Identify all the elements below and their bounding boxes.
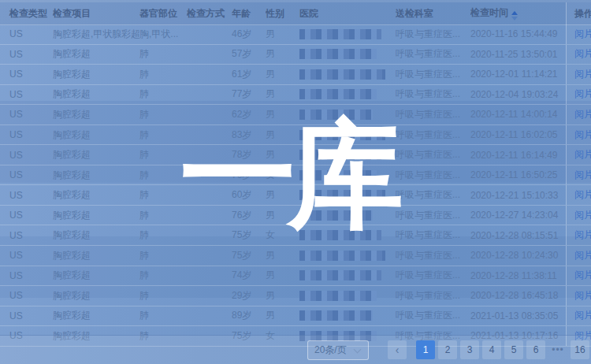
cell-gender: 男 [266, 289, 299, 303]
cell-organ-part: 肺 [139, 148, 187, 162]
view-film-link[interactable]: 阅片 [574, 28, 591, 41]
cell-department: 呼吸与重症医... [396, 249, 470, 262]
col-header-exam-item: 检查项目 [53, 7, 139, 20]
pagination-pages: 123456•••16 [414, 340, 591, 359]
view-film-link[interactable]: 阅片 [574, 188, 591, 202]
cell-department: 呼吸与重症医... [396, 108, 470, 121]
view-film-link[interactable]: 阅片 [574, 209, 591, 222]
cell-organ-part: 肺 [139, 128, 187, 142]
page-button-2[interactable]: 2 [438, 340, 457, 359]
table-row: US 胸腔彩超 肺 75岁 女 呼吸与重症医... 2020-12-28 08:… [0, 225, 591, 246]
cell-department: 呼吸与重症医... [396, 128, 470, 142]
hospital-redacted-bar [299, 110, 373, 120]
cell-exam-time: 2020-12-11 14:00:14 [470, 109, 566, 120]
cell-organ-part: 胸,甲状... [139, 28, 187, 41]
cell-exam-time: 2020-12-04 19:03:24 [470, 89, 566, 100]
cell-hospital [299, 310, 396, 321]
cell-action: 阅片 [566, 145, 591, 165]
hospital-redacted-bar [299, 190, 385, 200]
table-body: US 胸腔彩超,甲状腺彩超 胸,甲状... 46岁 男 呼吸与重症医... 20… [0, 24, 591, 347]
cell-action: 阅片 [566, 206, 591, 225]
hospital-redacted-bar [299, 210, 373, 221]
cell-hospital [299, 190, 396, 200]
cell-organ-part: 肺 [139, 309, 187, 322]
page-button-16[interactable]: 16 [571, 340, 589, 359]
page-button-6[interactable]: 6 [526, 340, 545, 359]
sort-asc-icon[interactable] [511, 11, 518, 20]
cell-hospital [299, 29, 396, 39]
cell-action: 阅片 [566, 185, 591, 205]
view-film-link[interactable]: 阅片 [574, 47, 591, 61]
cell-age: 77岁 [232, 87, 266, 101]
page-ellipsis[interactable]: ••• [548, 340, 567, 359]
table-header: 检查类型 检查项目 器官部位 检查方式 年龄 性别 医院 送检科室 检查时间 操… [0, 0, 591, 25]
cell-hospital [299, 210, 396, 221]
cell-exam-time: 2020-12-27 14:23:04 [470, 210, 566, 221]
table-row: US 胸腔彩超 肺 83岁 男 呼吸与重症医... 2020-12-11 16:… [0, 125, 591, 146]
cell-exam-time: 2020-12-11 16:02:05 [470, 129, 566, 140]
cell-organ-part: 肺 [139, 269, 187, 282]
table-row: US 胸腔彩超,甲状腺彩超 胸,甲状... 46岁 男 呼吸与重症医... 20… [0, 24, 591, 45]
page-button-4[interactable]: 4 [482, 340, 501, 359]
view-film-link[interactable]: 阅片 [574, 148, 591, 162]
cell-exam-type: US [0, 129, 53, 140]
col-header-exam-time[interactable]: 检查时间 [470, 6, 566, 20]
col-header-department: 送检科室 [396, 7, 470, 20]
cell-hospital [299, 49, 396, 59]
view-film-link[interactable]: 阅片 [574, 289, 591, 303]
cell-exam-item: 胸腔彩超,甲状腺彩超 [53, 28, 139, 41]
cell-exam-time: 2020-12-28 10:24:30 [470, 250, 566, 261]
cell-exam-type: US [0, 109, 53, 120]
cell-organ-part: 肺 [139, 209, 187, 222]
view-film-link[interactable]: 阅片 [574, 68, 591, 81]
table-row: US 胸腔彩超 肺 61岁 男 呼吸与重症医... 2020-12-01 11:… [0, 65, 591, 85]
view-film-link[interactable]: 阅片 [574, 108, 591, 121]
cell-action: 阅片 [566, 266, 591, 286]
cell-exam-item: 胸腔彩超 [53, 128, 139, 142]
cell-exam-type: US [0, 169, 53, 180]
cell-exam-type: US [0, 49, 53, 60]
view-film-link[interactable]: 阅片 [574, 309, 591, 322]
view-film-link[interactable]: 阅片 [574, 269, 591, 282]
hospital-redacted-bar [299, 170, 377, 180]
cell-exam-item: 胸腔彩超 [53, 228, 139, 242]
prev-page-button[interactable]: ‹ [388, 340, 407, 359]
cell-exam-time: 2020-11-16 15:44:49 [470, 28, 566, 39]
cell-gender: 男 [266, 28, 299, 41]
cell-exam-item: 胸腔彩超 [53, 87, 139, 101]
page-button-1[interactable]: 1 [416, 340, 435, 359]
col-header-action: 操作 [566, 2, 591, 24]
page-button-5[interactable]: 5 [504, 340, 523, 359]
view-film-link[interactable]: 阅片 [574, 128, 591, 142]
view-film-link[interactable]: 阅片 [574, 249, 591, 262]
cell-exam-type: US [0, 210, 53, 221]
page-button-3[interactable]: 3 [460, 340, 479, 359]
cell-gender: 男 [266, 128, 299, 142]
cell-exam-time: 2020-12-01 11:14:21 [470, 69, 566, 80]
cell-hospital [299, 270, 396, 280]
cell-action: 阅片 [566, 65, 591, 84]
cell-organ-part: 肺 [139, 188, 187, 202]
col-header-exam-time-label: 检查时间 [470, 7, 508, 18]
col-header-exam-method: 检查方式 [187, 7, 232, 20]
cell-department: 呼吸与重症医... [396, 209, 470, 222]
col-header-hospital: 医院 [299, 7, 396, 20]
cell-action: 阅片 [566, 225, 591, 245]
cell-age: 76岁 [232, 169, 266, 182]
cell-organ-part: 肺 [139, 68, 187, 81]
cell-exam-item: 胸腔彩超 [53, 269, 139, 282]
cell-exam-time: 2020-12-21 15:10:33 [470, 190, 566, 201]
view-film-link[interactable]: 阅片 [574, 87, 591, 101]
hospital-redacted-bar [299, 270, 381, 280]
cell-age: 57岁 [232, 47, 266, 61]
view-film-link[interactable]: 阅片 [574, 228, 591, 242]
page-size-select[interactable]: 20条/页 [307, 340, 369, 360]
cell-action: 阅片 [566, 246, 591, 266]
hospital-redacted-bar [299, 230, 381, 240]
view-film-link[interactable]: 阅片 [574, 169, 591, 182]
cell-exam-item: 胸腔彩超 [53, 309, 139, 322]
table-row: US 胸腔彩超 肺 57岁 男 呼吸与重症医... 2020-11-25 13:… [0, 45, 591, 65]
cell-exam-type: US [0, 230, 53, 241]
hospital-redacted-bar [299, 69, 385, 80]
cell-department: 呼吸与重症医... [396, 68, 470, 81]
